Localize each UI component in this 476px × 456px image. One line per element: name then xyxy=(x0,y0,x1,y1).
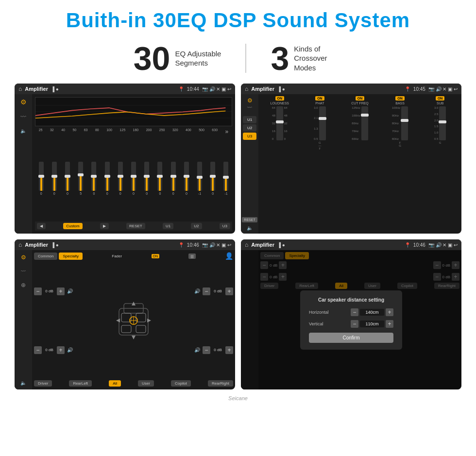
eq-sliders-row: 0 0 0 5 0 xyxy=(35,136,232,220)
sp-driver-btn[interactable]: Driver xyxy=(34,380,52,387)
modal-vertical-plus[interactable]: + xyxy=(386,320,393,328)
page-header: Buith-in 30EQ DSP Sound System xyxy=(0,0,476,37)
cx-home-icon[interactable]: ⌂ xyxy=(245,85,248,92)
page-title: Buith-in 30EQ DSP Sound System xyxy=(0,9,476,32)
cx-u1-btn[interactable]: U1 xyxy=(243,116,256,123)
cx-cutfreq-on[interactable]: ON xyxy=(356,96,365,101)
eq-slider-7: 0 xyxy=(114,162,126,195)
sp-speaker-icon-2: 🔊 xyxy=(67,347,73,353)
eq-custom-btn[interactable]: Custom xyxy=(63,223,83,229)
cx-reset-btn[interactable]: RESET xyxy=(242,217,257,222)
cx-cutfreq-slider[interactable] xyxy=(361,106,368,140)
sp-vol-icon[interactable]: 🔈 xyxy=(20,380,26,386)
cx-phat-slider[interactable] xyxy=(319,106,326,140)
eq-expand-icon[interactable]: » xyxy=(225,128,228,135)
sp-minus-1[interactable]: − xyxy=(34,287,42,295)
eq-u2-btn[interactable]: U2 xyxy=(191,223,202,229)
eq-play-btn[interactable]: ▶ xyxy=(100,223,109,229)
modal-horizontal-label: Horizontal xyxy=(309,310,329,315)
eq-volume-icon[interactable]: 🔈 xyxy=(20,128,26,134)
sp-fader-on[interactable]: ON xyxy=(152,254,160,258)
eq-status-left: ⌂ Amplifier ▐ ● xyxy=(18,85,59,92)
eq-number: 30 xyxy=(134,42,170,75)
sp-plus-2[interactable]: + xyxy=(57,346,65,354)
modal-overlay: Car speaker distance setting Horizontal … xyxy=(241,250,461,389)
eq-slider-12: 0 xyxy=(180,162,192,195)
sp-rearright-btn[interactable]: RearRight xyxy=(208,380,233,387)
eq-wave-icon[interactable]: 〰 xyxy=(20,114,26,120)
sp-tune-icon[interactable]: ⚙ xyxy=(21,254,26,261)
modal-horizontal-plus[interactable]: + xyxy=(386,308,393,316)
crossover-label: Kinds of Crossover Modes xyxy=(294,44,342,73)
cx-bass-on[interactable]: ON xyxy=(395,96,405,101)
home-icon[interactable]: ⌂ xyxy=(18,85,22,92)
confirm-button[interactable]: Confirm xyxy=(309,333,393,343)
modal-horizontal-row: Horizontal − 140cm + xyxy=(309,308,393,316)
cx-loudness-channel: ON LOUDNESS 644832160 644832160 xyxy=(260,96,299,232)
sp-fader-slider[interactable]: ||| xyxy=(188,253,195,259)
eq-slider-13: -1 xyxy=(193,162,205,195)
sp-all-btn[interactable]: All xyxy=(109,380,121,387)
cx-main: ON LOUDNESS 644832160 644832160 xyxy=(258,94,461,234)
sp-minus-4[interactable]: − xyxy=(203,346,210,354)
modal-app-title: Amplifier xyxy=(251,242,274,248)
eq-freq-labels: 253240506380100125160200250320400500630 … xyxy=(35,128,232,135)
cx-u2-btn[interactable]: U2 xyxy=(243,124,256,132)
sp-home-icon[interactable]: ⌂ xyxy=(18,241,22,248)
sp-user-icon[interactable]: 👤 xyxy=(225,252,233,260)
eq-label: EQ Adjustable Segments xyxy=(175,49,221,68)
eq-prev-btn[interactable]: ◀ xyxy=(37,223,46,229)
sp-plus-1[interactable]: + xyxy=(57,287,65,295)
cx-sub-on[interactable]: ON xyxy=(436,96,445,101)
sp-rearleft-btn[interactable]: RearLeft xyxy=(69,380,92,387)
sp-common-btn[interactable]: Common xyxy=(34,253,57,260)
eq-u1-btn[interactable]: U1 xyxy=(163,223,173,229)
sp-bt-icon[interactable]: ⊕ xyxy=(21,282,26,288)
eq-graph xyxy=(35,97,232,126)
sp-specialty-btn[interactable]: Specialty xyxy=(59,253,82,260)
eq-tune-icon[interactable]: ⚙ xyxy=(20,98,27,106)
modal-dialog-title: Car speaker distance setting xyxy=(309,297,393,303)
eq-slider-6: 0 xyxy=(101,162,113,195)
cx-wave-icon[interactable]: 〰 xyxy=(247,105,252,110)
modal-content: Common Specialty − 0 dB + − xyxy=(241,250,461,389)
sp-left-controls: − 0 dB + 🔊 − 0 dB + 🔊 xyxy=(34,262,73,379)
modal-horizontal-value: 140cm xyxy=(360,309,384,316)
modal-horizontal-minus[interactable]: − xyxy=(351,308,358,316)
cx-bass-slider[interactable] xyxy=(401,106,408,140)
sp-minus-3[interactable]: − xyxy=(203,287,210,295)
cx-sub-slider[interactable] xyxy=(439,106,446,140)
crossover-number: 3 xyxy=(271,42,289,75)
sp-plus-3[interactable]: + xyxy=(225,287,233,295)
sp-plus-4[interactable]: + xyxy=(225,346,233,354)
cx-phat-on[interactable]: ON xyxy=(315,96,324,101)
sp-main: Common Specialty Fader ON ||| 👤 − 0 dB + xyxy=(32,250,235,389)
eq-u3-btn[interactable]: U3 xyxy=(220,223,230,229)
eq-slider-8: 0 xyxy=(127,162,139,195)
eq-slider-11: 0 xyxy=(167,162,179,195)
sp-speaker-icon-4: 🔊 xyxy=(194,347,200,353)
svg-rect-8 xyxy=(121,325,131,333)
sp-user-btn[interactable]: User xyxy=(138,380,154,387)
modal-home-icon[interactable]: ⌂ xyxy=(245,241,248,248)
sp-minus-2[interactable]: − xyxy=(34,346,42,354)
cx-u3-btn[interactable]: U3 xyxy=(243,133,256,140)
cx-sub-channel: ON SUB 3.02.52.01.51.00.5 G xyxy=(421,96,459,232)
cx-tune-icon[interactable]: ⚙ xyxy=(247,97,253,104)
modal-vertical-value: 110cm xyxy=(360,321,384,327)
modal-vertical-minus[interactable]: − xyxy=(351,320,358,328)
eq-reset-btn[interactable]: RESET xyxy=(126,223,145,229)
cx-channels-container: ON LOUDNESS 644832160 644832160 xyxy=(260,96,459,232)
sp-copilot-btn[interactable]: Copilot xyxy=(171,380,191,387)
sp-speaker-icon-1: 🔊 xyxy=(67,288,73,294)
stats-row: 30 EQ Adjustable Segments 3 Kinds of Cro… xyxy=(0,37,476,84)
sp-content: ⚙ 〰 ⊕ 🔈 Common Specialty Fader ON ||| 👤 xyxy=(15,250,235,389)
sp-wave-icon[interactable]: 〰 xyxy=(21,269,26,274)
eq-main: 253240506380100125160200250320400500630 … xyxy=(32,94,235,234)
sp-db-row-1: − 0 dB + 🔊 xyxy=(34,287,73,295)
sp-sidebar: ⚙ 〰 ⊕ 🔈 xyxy=(15,250,32,389)
cx-loudness-slider[interactable] xyxy=(276,106,283,140)
crossover-screen: ⌂ Amplifier ▐ ● 📍 10:45 📷 🔊 ✕ ▣ ↩ ⚙ 〰 U1… xyxy=(241,84,461,234)
sp-bottom-bar: Driver RearLeft All User Copilot RearRig… xyxy=(34,379,233,388)
cx-loudness-on[interactable]: ON xyxy=(275,96,285,101)
